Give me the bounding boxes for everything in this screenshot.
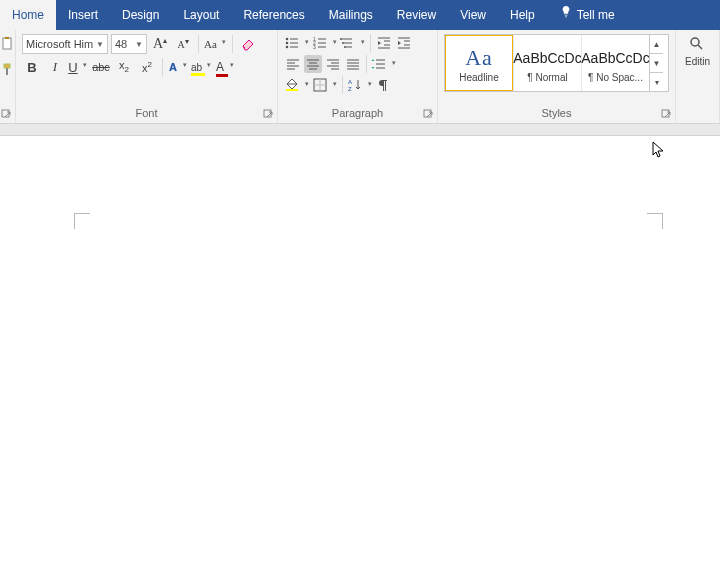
group-font: Microsoft Him ▼ 48 ▼ A▴ A▾ Aa B I [16,30,278,123]
mouse-cursor-icon [652,141,666,159]
align-left-button[interactable] [284,55,302,73]
svg-point-12 [340,38,342,40]
search-icon [689,36,705,54]
underline-button[interactable]: U [68,57,88,77]
svg-point-13 [342,42,344,44]
tell-me-label: Tell me [577,0,615,30]
text-effects-button[interactable]: A [168,57,188,77]
style-swatch-headline[interactable]: Aa Headline [445,35,513,91]
font-color-swatch [216,74,228,77]
paste-button-edge[interactable] [0,34,18,54]
line-spacing-button[interactable] [371,55,397,73]
chevron-down-icon: ▼ [135,40,143,49]
ruler-strip [0,124,720,136]
decrease-indent-button[interactable] [375,34,393,52]
multilevel-list-button[interactable] [340,34,366,52]
ribbon-tabs: Home Insert Design Layout References Mai… [0,0,720,30]
tell-me-search[interactable]: Tell me [547,0,627,30]
ribbon: Microsoft Him ▼ 48 ▼ A▴ A▾ Aa B I [0,30,720,124]
svg-rect-1 [5,37,9,39]
paragraph-dialog-launcher-icon[interactable] [423,109,435,121]
find-button[interactable]: Editin [685,36,710,67]
lightbulb-icon [559,0,573,30]
document-area[interactable] [0,136,720,570]
svg-point-7 [286,42,289,45]
svg-text:A: A [348,79,352,85]
italic-button[interactable]: I [45,57,65,77]
style-swatch-normal[interactable]: AaBbCcDc ¶ Normal [513,35,581,91]
svg-rect-0 [3,38,11,49]
bold-button[interactable]: B [22,57,42,77]
style-name: ¶ Normal [527,72,567,83]
tab-view[interactable]: View [448,0,498,30]
font-name-value: Microsoft Him [26,38,93,50]
style-name: ¶ No Spac... [588,72,643,83]
clipboard-dialog-launcher-icon[interactable] [1,109,13,121]
gallery-expand[interactable]: ▾ [650,72,663,91]
increase-indent-button[interactable] [395,34,413,52]
style-swatch-nospacing[interactable]: AaBbCcDc ¶ No Spac... [581,35,649,91]
gallery-scroll-up[interactable]: ▲ [650,35,663,53]
gallery-scroll-down[interactable]: ▼ [650,53,663,72]
group-paragraph-label: Paragraph [332,107,383,119]
svg-point-8 [286,46,289,49]
tab-design[interactable]: Design [110,0,171,30]
svg-rect-2 [4,64,10,68]
tab-references[interactable]: References [231,0,316,30]
font-dialog-launcher-icon[interactable] [263,109,275,121]
borders-button[interactable] [312,76,338,94]
svg-rect-15 [286,89,298,91]
group-font-label: Font [135,107,157,119]
align-center-button[interactable] [304,55,322,73]
format-painter-button[interactable] [0,60,18,80]
eraser-icon [240,35,256,53]
style-name: Headline [459,72,498,83]
subscript-button[interactable]: x2 [114,57,134,77]
group-editing: Editin [676,30,720,123]
strikethrough-button[interactable]: abc [91,57,111,77]
svg-point-21 [691,38,699,46]
numbering-button[interactable]: 123 [312,34,338,52]
font-size-value: 48 [115,38,127,50]
group-styles: Aa Headline AaBbCcDc ¶ Normal AaBbCcDc ¶… [438,30,676,123]
bullets-button[interactable] [284,34,310,52]
svg-text:Z: Z [348,86,352,92]
svg-text:3: 3 [313,44,316,50]
tab-home[interactable]: Home [0,0,56,30]
font-color-button[interactable]: A [215,57,235,77]
page-margin-corner-icon [647,213,663,229]
styles-dialog-launcher-icon[interactable] [661,109,673,121]
svg-rect-3 [6,68,8,75]
justify-button[interactable] [344,55,362,73]
tab-review[interactable]: Review [385,0,448,30]
show-hide-pilcrow-button[interactable] [375,76,393,94]
tab-mailings[interactable]: Mailings [317,0,385,30]
highlight-button[interactable]: ab [191,57,212,77]
styles-gallery-scroll: ▲ ▼ ▾ [649,35,663,91]
font-size-combo[interactable]: 48 ▼ [111,34,147,54]
highlight-swatch [191,73,205,76]
superscript-button[interactable]: x2 [137,57,157,77]
shrink-font-button[interactable]: A▾ [173,34,193,54]
tab-help[interactable]: Help [498,0,547,30]
grow-font-button[interactable]: A▴ [150,34,170,54]
style-preview: AaBbCcDc [513,44,581,72]
page-margin-corner-icon [74,213,90,229]
svg-point-14 [344,46,346,48]
clear-formatting-button[interactable] [238,34,258,54]
tab-insert[interactable]: Insert [56,0,110,30]
font-name-combo[interactable]: Microsoft Him ▼ [22,34,108,54]
styles-gallery: Aa Headline AaBbCcDc ¶ Normal AaBbCcDc ¶… [444,34,669,92]
shading-button[interactable] [284,76,310,94]
style-preview: AaBbCcDc [581,44,649,72]
change-case-button[interactable]: Aa [204,34,227,54]
chevron-down-icon: ▼ [96,40,104,49]
style-preview: Aa [465,44,493,72]
group-styles-label: Styles [542,107,572,119]
tab-layout[interactable]: Layout [171,0,231,30]
svg-point-6 [286,38,289,41]
sort-button[interactable]: AZ [347,76,373,94]
align-right-button[interactable] [324,55,342,73]
group-clipboard [0,30,16,123]
find-label: Editin [685,56,710,67]
